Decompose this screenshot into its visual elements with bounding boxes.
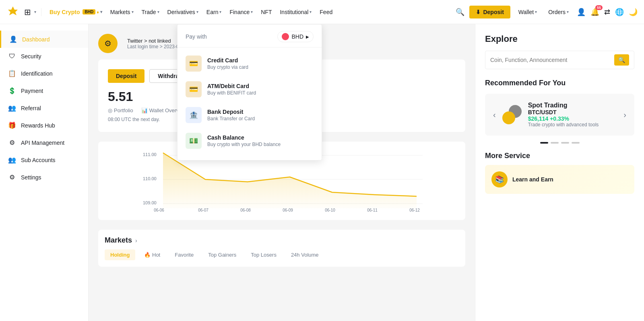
markets-section: Markets › Holding 🔥 Hot Favorite Top Gai… xyxy=(98,230,465,267)
wallet-nav[interactable]: Wallet ▾ xyxy=(515,7,540,17)
svg-text:06-06: 06-06 xyxy=(154,208,164,212)
nav-trade[interactable]: Trade ▾ xyxy=(138,7,163,17)
logo[interactable] xyxy=(6,6,19,19)
currency-selector[interactable]: BHD ▶ xyxy=(277,31,314,42)
language-button[interactable]: 🌐 xyxy=(615,8,624,16)
dot-4[interactable] xyxy=(572,142,580,144)
svg-marker-7 xyxy=(163,153,417,208)
earn-chevron: ▾ xyxy=(219,10,221,14)
buy-crypto-chevron: ▾ xyxy=(100,10,102,14)
svg-text:06-09: 06-09 xyxy=(283,208,293,212)
sidebar-item-sub-accounts[interactable]: 👥 Sub Accounts xyxy=(0,151,88,169)
nav-institutional[interactable]: Institutional ▾ xyxy=(277,7,315,17)
tab-holding[interactable]: Holding xyxy=(105,249,135,260)
sidebar-item-referral[interactable]: 👥 Referral xyxy=(0,99,88,117)
buy-crypto-label: Buy Crypto xyxy=(50,9,80,15)
next-button[interactable]: › xyxy=(623,110,626,119)
learn-earn-card[interactable]: 📚 Learn and Earn xyxy=(485,165,634,194)
grid-chevron: ▾ xyxy=(34,10,36,14)
bank-deposit-title: Bank Deposit xyxy=(207,109,255,115)
sidebar-item-rewards-hub[interactable]: 🎁 Rewards Hub xyxy=(0,117,88,134)
tab-top-gainers[interactable]: Top Gainers xyxy=(202,249,242,260)
nft-label: NFT xyxy=(261,9,272,15)
profile-button[interactable]: 👤 xyxy=(577,8,586,16)
cash-balance-text: Cash Balance Buy crypto with your BHD ba… xyxy=(207,134,281,147)
deposit-label: Deposit xyxy=(483,9,504,15)
sidebar-item-dashboard[interactable]: 👤 Dashboard xyxy=(0,31,88,48)
dot-1[interactable] xyxy=(540,142,548,144)
nav-markets[interactable]: Markets ▾ xyxy=(107,7,137,17)
atm-card-subtitle: Buy with BENIFIT card xyxy=(207,90,256,96)
dropdown-item-credit-card[interactable]: 💳 Credit Card Buy crypto via card xyxy=(178,51,322,76)
rec-price: $26,114 +0.33% xyxy=(528,115,617,122)
dropdown-item-atm-debit[interactable]: 💳 ATM/Debit Card Buy with BENIFIT card xyxy=(178,76,322,102)
tab-24h-volume[interactable]: 24h Volume xyxy=(285,249,324,260)
cash-balance-title: Cash Balance xyxy=(207,134,281,141)
sidebar-label-security: Security xyxy=(21,53,41,60)
recommended-card: ‹ Spot Trading BTC/USDT $26,114 +0.33% T… xyxy=(485,94,634,136)
avatar: ⚙ xyxy=(98,34,118,53)
security-icon: 🛡 xyxy=(8,53,16,60)
markets-header: Markets › xyxy=(105,236,459,245)
orders-nav[interactable]: Orders ▾ xyxy=(545,7,572,17)
dot-3[interactable] xyxy=(561,142,569,144)
derivatives-chevron: ▾ xyxy=(196,10,198,14)
nav-derivatives[interactable]: Derivatives ▾ xyxy=(164,7,202,17)
search-button[interactable]: 🔍 xyxy=(456,8,464,16)
tab-hot[interactable]: 🔥 Hot xyxy=(138,249,166,260)
settings-icon: ⚙ xyxy=(8,173,16,181)
prev-button[interactable]: ‹ xyxy=(493,110,496,119)
content-area: Pay with BHD ▶ 💳 Credit Card Buy crypto … xyxy=(89,24,644,321)
deposit-main-button[interactable]: Deposit xyxy=(108,69,144,83)
sidebar-label-referral: Referral xyxy=(21,105,41,111)
nav-buy-crypto[interactable]: Buy Crypto BHD ♦ ▾ xyxy=(46,7,105,17)
atm-card-icon: 💳 xyxy=(186,81,202,97)
sidebar-label-dashboard: Dashboard xyxy=(22,36,50,43)
sidebar-item-identification[interactable]: 📋 Identification xyxy=(0,65,88,82)
nav-finance[interactable]: Finance ▾ xyxy=(226,7,256,17)
nav-earn[interactable]: Earn ▾ xyxy=(203,7,225,17)
grid-icon[interactable]: ⊞ xyxy=(24,7,31,17)
bank-deposit-icon: 🏦 xyxy=(186,107,202,123)
tab-top-losers[interactable]: Top Losers xyxy=(245,249,282,260)
tab-favorite[interactable]: Favorite xyxy=(169,249,199,260)
credit-card-icon: 💳 xyxy=(186,56,202,72)
credit-card-subtitle: Buy crypto via card xyxy=(207,64,248,70)
sidebar-item-settings[interactable]: ⚙ Settings xyxy=(0,169,88,186)
carousel-dots xyxy=(485,142,634,144)
sidebar-item-payment[interactable]: 💲 Payment xyxy=(0,82,88,99)
transfer-button[interactable]: ⇄ xyxy=(604,8,610,16)
atm-card-title: ATM/Debit Card xyxy=(207,83,256,89)
currency-label: BHD xyxy=(291,33,303,40)
wallet-overview-icon: 📊 xyxy=(141,107,148,113)
svg-marker-0 xyxy=(8,6,18,15)
sidebar-label-settings: Settings xyxy=(21,174,41,181)
portfolio-link[interactable]: ◎ Portfolio xyxy=(108,107,133,113)
institutional-chevron: ▾ xyxy=(310,10,312,14)
trade-label: Trade xyxy=(142,9,156,15)
pay-with-label: Pay with xyxy=(186,33,207,40)
markets-arrow[interactable]: › xyxy=(135,237,137,244)
twitter-status: not linked xyxy=(149,38,171,44)
dot-2[interactable] xyxy=(551,142,559,144)
dropdown-item-cash-balance[interactable]: 💵 Cash Balance Buy crypto with your BHD … xyxy=(178,128,322,154)
last-login-label: Last login time xyxy=(127,44,158,49)
nav-divider xyxy=(41,8,41,16)
markets-label: Markets xyxy=(110,9,130,15)
explore-search-button[interactable]: 🔍 xyxy=(614,54,629,66)
bank-deposit-subtitle: Bank Transfer or Card xyxy=(207,116,255,121)
institutional-label: Institutional xyxy=(280,9,308,15)
dropdown-item-bank-deposit[interactable]: 🏦 Bank Deposit Bank Transfer or Card xyxy=(178,102,322,128)
deposit-button[interactable]: ⬇ Deposit xyxy=(469,6,510,19)
theme-button[interactable]: 🌙 xyxy=(629,8,638,16)
sidebar-item-api[interactable]: ⚙ API Management xyxy=(0,134,88,151)
sidebar-item-security[interactable]: 🛡 Security xyxy=(0,48,88,65)
topnav-right: 🔍 ⬇ Deposit Wallet ▾ Orders ▾ 👤 🔔 55 ⇄ 🌐… xyxy=(456,6,638,19)
currency-icon xyxy=(282,33,289,40)
nav-feed[interactable]: Feed xyxy=(316,7,336,17)
nav-nft[interactable]: NFT xyxy=(258,7,275,17)
atm-card-text: ATM/Debit Card Buy with BENIFIT card xyxy=(207,83,256,96)
recommended-title: Recommended For You xyxy=(485,79,634,87)
rewards-icon: 🎁 xyxy=(8,121,16,129)
explore-search-input[interactable] xyxy=(490,57,611,63)
